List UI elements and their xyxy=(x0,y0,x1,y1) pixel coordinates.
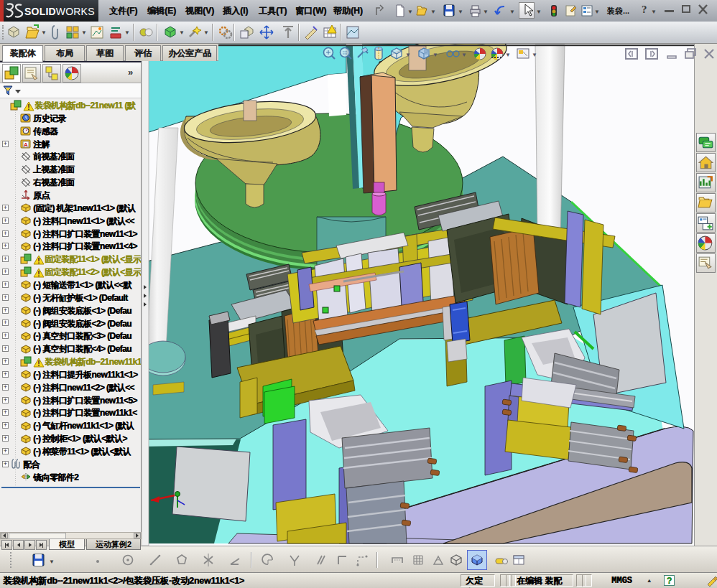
svg-text:A: A xyxy=(24,141,28,148)
svg-text:!: ! xyxy=(37,270,40,278)
svg-text:!: ! xyxy=(37,257,40,265)
svg-text:!: ! xyxy=(27,103,29,111)
svg-text:!: ! xyxy=(37,360,40,368)
